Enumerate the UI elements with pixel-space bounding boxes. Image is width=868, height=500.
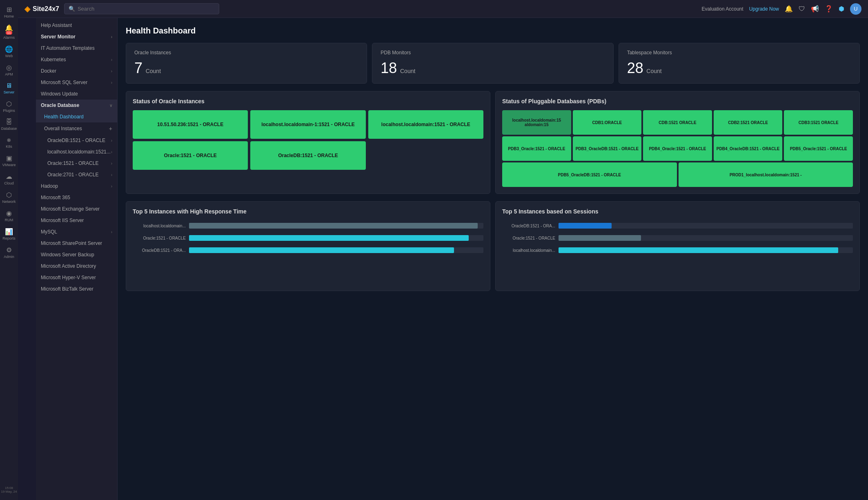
oracle-cell-1[interactable]: localhost.localdomain-1:1521 - ORACLE xyxy=(250,110,365,139)
pdb-cell-r1-3[interactable]: CDB2:1521 ORACLE xyxy=(714,110,783,135)
sessions-label-1: Oracle:1521 - ORACLE xyxy=(502,236,555,240)
sidebar-item-web[interactable]: 🌐 Web xyxy=(0,43,18,60)
sidebar-server-monitor[interactable]: Server Monitor › xyxy=(36,31,117,42)
sessions-fill-0 xyxy=(559,223,612,229)
response-label-2: OracleDB:1521 - ORA... xyxy=(133,248,186,253)
sidebar-active-directory[interactable]: Microsoft Active Directory xyxy=(36,260,117,272)
sidebar-oracledb-1521[interactable]: OracleDB:1521 - ORACLE › xyxy=(36,135,117,146)
oracle-cell-0[interactable]: 10.51.50.236:1521 - ORACLE xyxy=(133,110,248,139)
bell-icon[interactable]: 🔔 xyxy=(785,5,793,13)
sidebar-mysql[interactable]: MySQL › xyxy=(36,226,117,238)
sidebar-item-admin[interactable]: ⚙ Admin xyxy=(0,244,18,261)
sidebar-help-assistant[interactable]: Help Assistant xyxy=(36,20,117,31)
database-label: Database xyxy=(1,127,17,131)
server-monitor-chevron: › xyxy=(111,35,112,39)
pdb-cell-r3-0[interactable]: PDB5_OracleDB:1521 - ORACLE xyxy=(502,162,677,187)
health-dashboard-label: Health Dashboard xyxy=(44,114,84,120)
hadoop-label: Hadoop xyxy=(41,183,58,189)
sidebar-wsb[interactable]: Windows Server Backup xyxy=(36,249,117,260)
sidebar-item-plugins[interactable]: ⬡ Plugins xyxy=(0,98,18,115)
date-display: 19 May, 24 xyxy=(1,490,17,493)
sessions-bars: OracleDB:1521 - ORA... Oracle:1521 - ORA… xyxy=(502,220,853,263)
oracle-cell-3[interactable]: Oracle:1521 - ORACLE xyxy=(133,141,248,170)
sidebar-exchange[interactable]: Microsoft Exchange Server xyxy=(36,203,117,215)
apm-label: APM xyxy=(5,72,13,76)
pdb-cell-r1-4[interactable]: CDB3:1521 ORACLE xyxy=(784,110,853,135)
active-directory-label: Microsoft Active Directory xyxy=(41,263,96,269)
shield-icon[interactable]: 🛡 xyxy=(799,5,805,13)
mysql-label: MySQL xyxy=(41,229,57,235)
sessions-bar-2: localhost.localdomain... xyxy=(502,247,853,253)
pdb-cell-r2-0[interactable]: PDB3_Oracle:1521 - ORACLE xyxy=(502,136,571,161)
sidebar-biztalk[interactable]: Microsoft BizTalk Server xyxy=(36,283,117,295)
sidebar-item-database[interactable]: 🗄 Database xyxy=(0,116,18,133)
stat-unit-pdb: Count xyxy=(400,68,415,74)
sidebar-oracle-database[interactable]: Oracle Database ∨ xyxy=(36,100,117,111)
sidebar-hadoop[interactable]: Hadoop › xyxy=(36,180,117,192)
sidebar-item-network[interactable]: ⬡ Network xyxy=(0,189,18,206)
sidebar-hyperv[interactable]: Microsoft Hyper-V Server xyxy=(36,272,117,283)
megaphone-icon[interactable]: 📢 xyxy=(811,5,819,13)
sidebar-item-k8s[interactable]: ⎈ K8s xyxy=(0,134,18,151)
pdb-row-3: PDB5_OracleDB:1521 - ORACLE PROD1_localh… xyxy=(502,162,853,187)
iis-label: Microsoft IIS Server xyxy=(41,218,84,223)
sidebar-item-home[interactable]: ⊞ Home xyxy=(0,3,18,21)
sidebar-kubernetes[interactable]: Kubernetes › xyxy=(36,54,117,65)
sidebar-microsoft365[interactable]: Microsoft 365 xyxy=(36,192,117,203)
oracle-cell-5 xyxy=(368,141,483,170)
sidebar-item-reports[interactable]: 📊 Reports xyxy=(0,225,18,243)
oracle-instances-panel: Status of Oracle Instances 10.51.50.236:… xyxy=(126,91,490,194)
sidebar-localhost-1521[interactable]: localhost.localdomain:1521... › xyxy=(36,146,117,158)
avatar[interactable]: U xyxy=(850,3,861,15)
clock: 15:08 xyxy=(1,486,17,490)
oracle-cell-4[interactable]: OracleDB:1521 - ORACLE xyxy=(250,141,365,170)
sidebar-sharepoint[interactable]: Microsoft SharePoint Server xyxy=(36,238,117,249)
sidebar-it-automation[interactable]: IT Automation Templates xyxy=(36,42,117,54)
network-label: Network xyxy=(2,200,16,204)
add-instance-icon[interactable]: + xyxy=(109,125,112,132)
stat-label-pdb: PDB Monitors xyxy=(381,50,605,56)
help-icon[interactable]: ❓ xyxy=(825,5,833,13)
biztalk-label: Microsoft BizTalk Server xyxy=(41,286,93,292)
sidebar-item-cloud[interactable]: ☁ Cloud xyxy=(0,170,18,188)
pdb-cell-r2-3[interactable]: PDB4_OracleDB:1521 - ORACLE xyxy=(714,136,783,161)
sidebar: Help Assistant Server Monitor › IT Autom… xyxy=(36,18,118,500)
pdb-cell-r1-2[interactable]: CDB:1521 ORACLE xyxy=(643,110,712,135)
sidebar-item-server[interactable]: 🖥 Server xyxy=(0,80,18,97)
search-input[interactable] xyxy=(78,6,215,12)
sidebar-item-rum[interactable]: ◉ RUM xyxy=(0,207,18,224)
logo-text: Site24x7 xyxy=(33,5,59,13)
main-wrapper: Help Assistant Server Monitor › IT Autom… xyxy=(36,18,868,500)
oracledb-1521-label: OracleDB:1521 - ORACLE xyxy=(47,138,105,143)
pdb-cell-r1-0[interactable]: localhost.localdomain:15 aldomain:15 xyxy=(502,110,571,135)
pdb-cell-r2-4[interactable]: PDB5_Oracle:1521 - ORACLE xyxy=(784,136,853,161)
sidebar-mssql[interactable]: Microsoft SQL Server › xyxy=(36,77,117,88)
mssql-label: Microsoft SQL Server xyxy=(41,80,87,85)
oracle-cell-2[interactable]: localhost.localdomain:1521 - ORACLE xyxy=(368,110,483,139)
search-bar[interactable]: 🔍 xyxy=(64,3,219,14)
sidebar-item-apm[interactable]: ◎ APM xyxy=(0,61,18,79)
sidebar-health-dashboard[interactable]: Health Dashboard xyxy=(36,111,117,122)
icon-bar: ⊞ Home 🔔 11 Alarms 🌐 Web ◎ APM 🖥 Server … xyxy=(0,0,18,500)
settings-icon[interactable]: ⬢ xyxy=(839,5,844,13)
sidebar-oracle-1521[interactable]: Oracle:1521 - ORACLE › xyxy=(36,158,117,169)
pdb-cell-r3-1[interactable]: PROD1_localhost.localdomain:1521 - xyxy=(679,162,853,187)
stat-unit-tablespace: Count xyxy=(646,68,661,74)
sidebar-item-vmware[interactable]: ▣ VMware xyxy=(0,152,18,169)
pdb-cell-r2-2[interactable]: PDB4_Oracle:1521 - ORACLE xyxy=(643,136,712,161)
sessions-chart: Top 5 Instances based on Sessions Oracle… xyxy=(495,201,860,291)
pdb-cell-r2-1[interactable]: PDB3_OracleDB:1521 - ORACLE xyxy=(573,136,642,161)
sidebar-overall-instances[interactable]: Overall Instances + xyxy=(36,122,117,135)
stat-card-pdb: PDB Monitors 18 Count xyxy=(372,43,613,84)
logo: ◈ Site24x7 xyxy=(24,4,59,13)
sidebar-windows-update[interactable]: Windows Update xyxy=(36,88,117,100)
sessions-fill-1 xyxy=(559,235,641,241)
sessions-label-0: OracleDB:1521 - ORA... xyxy=(502,224,555,228)
sidebar-item-alarms[interactable]: 🔔 11 Alarms xyxy=(0,22,18,42)
sidebar-iis[interactable]: Microsoft IIS Server xyxy=(36,215,117,226)
sidebar-oracle-2701[interactable]: Oracle:2701 - ORACLE › xyxy=(36,169,117,180)
pdb-status-title: Status of Pluggable Databases (PDBs) xyxy=(502,98,853,104)
upgrade-link[interactable]: Upgrade Now xyxy=(749,6,779,12)
pdb-cell-r1-1[interactable]: CDB1:ORACLE xyxy=(573,110,642,135)
sidebar-docker[interactable]: Docker › xyxy=(36,65,117,77)
